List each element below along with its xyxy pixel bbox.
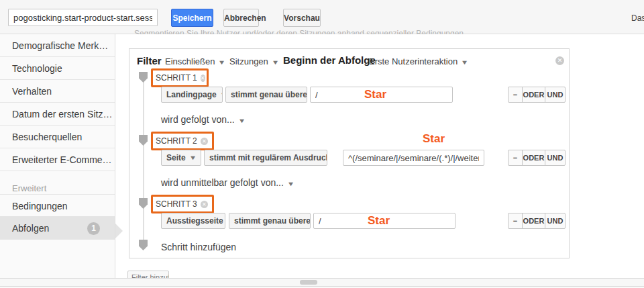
cancel-button[interactable]: Abbrechen bbox=[223, 9, 259, 27]
step-1-label: SCHRITT 1 bbox=[156, 73, 197, 83]
followed-by-dropdown[interactable]: wird gefolgt von...▼ bbox=[161, 114, 245, 125]
filter-title: Filter bbox=[137, 55, 162, 66]
dimension-label: Ausstiegsseite bbox=[166, 216, 223, 226]
chevron-down-icon: ▼ bbox=[271, 59, 279, 66]
logic-button-group-step-3: − ODER UND bbox=[508, 213, 566, 229]
operator-label: stimmt mit regulärem Ausdruck überein bbox=[209, 153, 327, 162]
scope-label: Sitzungen bbox=[229, 56, 268, 66]
or-button[interactable]: ODER bbox=[522, 213, 545, 228]
clipped-description-text: Segmentieren Sie Ihre Nutzer und/oder de… bbox=[134, 29, 631, 34]
star-annotation: Star bbox=[364, 88, 386, 101]
sidebar-item-datum-der-ersten-sitzung[interactable]: Datum der ersten Sitz… bbox=[0, 103, 115, 126]
remove-condition-button[interactable]: − bbox=[508, 213, 522, 228]
step-3-label: SCHRITT 3 bbox=[156, 199, 197, 209]
dimension-dropdown-step-3[interactable]: Ausstiegsseite▼ bbox=[161, 213, 225, 229]
dimension-label: Seite bbox=[166, 153, 186, 162]
save-button[interactable]: Speichern bbox=[171, 9, 213, 27]
sidebar-item-verhalten[interactable]: Verhalten bbox=[0, 80, 115, 103]
sidebar-gap bbox=[0, 171, 115, 183]
sequence-start-dropdown[interactable]: Erste Nutzerinteraktion▼ bbox=[369, 56, 468, 66]
sidebar-item-demografische-merkmale[interactable]: Demografische Merk… bbox=[0, 34, 115, 57]
sidebar-item-technologie[interactable]: Technologie bbox=[0, 57, 115, 80]
chevron-down-icon: ▼ bbox=[218, 59, 226, 66]
selected-item-arrow bbox=[115, 224, 123, 238]
immediately-followed-by-dropdown[interactable]: wird unmittelbar gefolgt von...▼ bbox=[161, 177, 294, 188]
dimension-dropdown-step-1[interactable]: Landingpage▼ bbox=[161, 87, 223, 103]
chevron-down-icon: ▼ bbox=[189, 154, 197, 161]
remove-condition-button[interactable]: − bbox=[508, 87, 522, 102]
scope-dropdown[interactable]: Sitzungen▼ bbox=[229, 56, 278, 66]
and-button[interactable]: UND bbox=[545, 87, 565, 102]
segment-name-input[interactable] bbox=[8, 9, 158, 26]
clipped-right-text: Das bbox=[631, 13, 644, 23]
remove-step-icon[interactable]: ✕ bbox=[201, 201, 208, 208]
step-2-label: SCHRITT 2 bbox=[156, 136, 197, 146]
segment-builder-screen: Speichern Abbrechen Vorschau Das Segment… bbox=[0, 0, 644, 288]
and-button[interactable]: UND bbox=[545, 213, 565, 228]
sequence-start-label: Erste Nutzerinteraktion bbox=[369, 56, 458, 66]
logic-button-group-step-1: − ODER UND bbox=[508, 87, 566, 103]
segment-category-sidebar: Demografische Merk… Technologie Verhalte… bbox=[0, 34, 115, 278]
sidebar-item-abfolgen[interactable]: Abfolgen 1 bbox=[0, 217, 115, 240]
sidebar-section-erweitert: Erweitert bbox=[0, 183, 115, 194]
immediately-followed-by-label: wird unmittelbar gefolgt von... bbox=[161, 177, 284, 188]
add-step-button[interactable]: Schritt hinzufügen bbox=[161, 242, 236, 252]
step-1-label-highlight: SCHRITT 1 ✕ bbox=[151, 68, 209, 87]
and-button[interactable]: UND bbox=[545, 150, 565, 165]
step-3-label-highlight: SCHRITT 3 ✕ bbox=[151, 195, 214, 213]
star-annotation: Star bbox=[368, 214, 390, 228]
dimension-dropdown-step-2[interactable]: Seite▼ bbox=[161, 150, 201, 166]
horizontal-scrollbar[interactable] bbox=[0, 278, 644, 287]
include-exclude-label: Einschließen bbox=[165, 56, 215, 66]
or-button[interactable]: ODER bbox=[522, 87, 545, 102]
operator-dropdown-step-3[interactable]: stimmt genau überein▼ bbox=[229, 213, 311, 229]
remove-step-icon[interactable]: ✕ bbox=[201, 75, 205, 82]
remove-step-icon[interactable]: ✕ bbox=[201, 138, 208, 145]
preview-button[interactable]: Vorschau bbox=[283, 9, 321, 27]
value-input-step-2[interactable] bbox=[343, 150, 484, 166]
count-badge: 1 bbox=[87, 222, 100, 235]
or-button[interactable]: ODER bbox=[522, 150, 545, 165]
sidebar-item-label: Abfolgen bbox=[12, 223, 49, 234]
chevron-down-icon: ▼ bbox=[287, 181, 295, 187]
chevron-down-icon: ▼ bbox=[237, 117, 246, 124]
horizontal-scrollbar-thumb[interactable] bbox=[300, 280, 317, 285]
star-annotation: Star bbox=[423, 132, 445, 146]
sequence-start-title: Beginn der Abfolge bbox=[283, 54, 376, 66]
step-2-label-highlight: SCHRITT 2 ✕ bbox=[151, 132, 214, 150]
include-exclude-dropdown[interactable]: Einschließen▼ bbox=[165, 56, 225, 66]
operator-dropdown-step-2[interactable]: stimmt mit regulärem Ausdruck überein▼ bbox=[204, 150, 327, 166]
chevron-down-icon: ▼ bbox=[219, 91, 223, 98]
top-action-bar: Speichern Abbrechen Vorschau Das Segment… bbox=[0, 0, 644, 34]
operator-label: stimmt genau überein bbox=[234, 216, 311, 226]
sidebar-item-bedingungen[interactable]: Bedingungen bbox=[0, 194, 115, 217]
sidebar-item-erweiterter-ecommerce[interactable]: Erweiterter E-Comme… bbox=[0, 148, 115, 171]
operator-label: stimmt genau überein bbox=[231, 90, 307, 99]
operator-dropdown-step-1[interactable]: stimmt genau überein▼ bbox=[225, 87, 307, 103]
followed-by-label: wird gefolgt von... bbox=[161, 114, 235, 125]
dimension-label: Landingpage bbox=[166, 90, 217, 99]
logic-button-group-step-2: − ODER UND bbox=[508, 150, 566, 166]
sidebar-item-besucherquellen[interactable]: Besucherquellen bbox=[0, 126, 115, 148]
chevron-down-icon: ▼ bbox=[461, 59, 469, 66]
step-connector-line bbox=[143, 75, 144, 246]
close-icon[interactable]: ✕ bbox=[555, 56, 564, 65]
remove-condition-button[interactable]: − bbox=[508, 150, 522, 165]
